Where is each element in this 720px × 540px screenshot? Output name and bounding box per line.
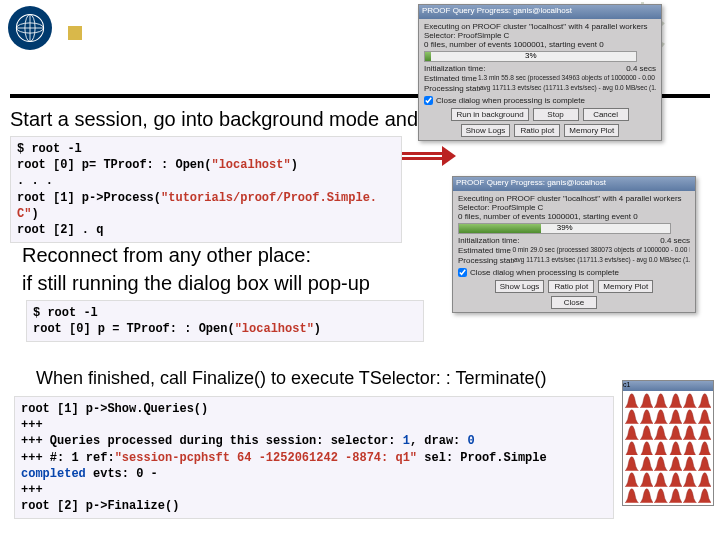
code-line: . . . [17, 173, 395, 189]
histogram-cell [654, 425, 668, 440]
label: Processing status: [424, 84, 480, 93]
histogram-cell [640, 409, 654, 424]
code-line: $ root -l [17, 141, 395, 157]
histogram-cell [669, 409, 683, 424]
label: Initialization time: [458, 236, 519, 245]
histogram-cell [640, 456, 654, 471]
logo-badge [8, 6, 52, 50]
histogram-cell [698, 409, 712, 424]
label: Estimated time left: [424, 74, 478, 83]
label: Processing status: [458, 256, 514, 265]
histogram-cell [654, 472, 668, 487]
histogram-cell [669, 441, 683, 456]
value: 1.3 min 55.8 sec (processed 34963 object… [478, 74, 656, 83]
section-title-4: When finished, call Finalize() to execut… [36, 368, 547, 389]
histogram-cell [683, 425, 697, 440]
code-line: $ root -l [33, 305, 417, 321]
label: Estimated time left: [458, 246, 512, 255]
code-block-1: $ root -l root [0] p= TProof: : Open("lo… [10, 136, 402, 243]
cancel-button[interactable]: Cancel [583, 108, 629, 121]
value: avg 11711.3 evts/sec (11711.3 evts/sec) … [480, 84, 656, 93]
histogram-cell [669, 393, 683, 408]
histogram-cell [625, 393, 639, 408]
histogram-cell [698, 472, 712, 487]
dialog-text: Selector: ProofSimple C [458, 203, 690, 212]
canvas-title: c1 [623, 381, 713, 391]
close-button[interactable]: Close [551, 296, 597, 309]
histogram-cell [654, 393, 668, 408]
section-title-2: Reconnect from any other place: [22, 244, 311, 267]
dialog-text: Executing on PROOF cluster "localhost" w… [424, 22, 656, 31]
dialog-title: PROOF Query Progress: ganis@localhost [419, 5, 661, 19]
checkbox-label: Close dialog when processing is complete [470, 268, 619, 277]
dialog-text: Selector: ProofSimple C [424, 31, 656, 40]
value: 0.4 secs [660, 236, 690, 245]
histogram-cell [640, 488, 654, 503]
histogram-cell [698, 425, 712, 440]
memory-plot-button[interactable]: Memory Plot [598, 280, 653, 293]
value: 0 min 29.0 sec (processed 380073 objects… [512, 246, 690, 255]
histogram-cell [654, 456, 668, 471]
section-title-1: Start a session, go into background mode… [10, 108, 456, 131]
histogram-grid [623, 391, 713, 505]
stop-button[interactable]: Stop [533, 108, 579, 121]
code-line: root [0] p = TProof: : Open("localhost") [33, 321, 417, 337]
run-background-button[interactable]: Run in background [451, 108, 528, 121]
code-block-2: $ root -l root [0] p = TProof: : Open("l… [26, 300, 424, 342]
histogram-cell [683, 472, 697, 487]
progress-label: 39% [459, 223, 670, 232]
memory-plot-button[interactable]: Memory Plot [564, 124, 619, 137]
progress-bar: 39% [458, 223, 671, 234]
histogram-cell [625, 456, 639, 471]
histogram-cell [625, 441, 639, 456]
slide-bullet-icon [68, 26, 82, 40]
close-when-done-checkbox[interactable]: Close dialog when processing is complete [424, 96, 656, 105]
histogram-cell [625, 425, 639, 440]
progress-label: 3% [425, 51, 636, 60]
ratio-plot-button[interactable]: Ratio plot [548, 280, 594, 293]
histogram-cell [640, 393, 654, 408]
histogram-cell [669, 456, 683, 471]
histogram-cell [683, 488, 697, 503]
histogram-cell [625, 472, 639, 487]
histogram-cell [669, 488, 683, 503]
histogram-cell [698, 393, 712, 408]
histogram-cell [640, 472, 654, 487]
histogram-canvas: c1 [622, 380, 714, 506]
dialog-text: Executing on PROOF cluster "localhost" w… [458, 194, 690, 203]
histogram-cell [683, 409, 697, 424]
code-line: root [1] p->Show.Queries() [21, 401, 607, 417]
progress-dialog-1: PROOF Query Progress: ganis@localhost Ex… [418, 4, 662, 141]
dialog-title: PROOF Query Progress: ganis@localhost [453, 177, 695, 191]
progress-bar: 3% [424, 51, 637, 62]
histogram-cell [625, 409, 639, 424]
dialog-text: 0 files, number of events 1000001, start… [424, 40, 656, 49]
histogram-cell [654, 441, 668, 456]
histogram-cell [698, 441, 712, 456]
code-line: +++ Queries processed during this sessio… [21, 433, 607, 449]
checkbox-input[interactable] [458, 268, 467, 277]
close-when-done-checkbox[interactable]: Close dialog when processing is complete [458, 268, 690, 277]
histogram-cell [654, 409, 668, 424]
show-logs-button[interactable]: Show Logs [495, 280, 545, 293]
code-line: +++ #: 1 ref:"session-pcphsft 64 -125206… [21, 450, 607, 482]
code-line: +++ [21, 417, 607, 433]
histogram-cell [683, 456, 697, 471]
show-logs-button[interactable]: Show Logs [461, 124, 511, 137]
histogram-cell [625, 488, 639, 503]
section-title-3: if still running the dialog box will pop… [22, 272, 370, 295]
ratio-plot-button[interactable]: Ratio plot [514, 124, 560, 137]
code-line: +++ [21, 482, 607, 498]
code-block-3: root [1] p->Show.Queries() +++ +++ Queri… [14, 396, 614, 519]
value: 0.4 secs [626, 64, 656, 73]
label: Initialization time: [424, 64, 485, 73]
globe-icon [13, 11, 47, 45]
histogram-cell [698, 488, 712, 503]
histogram-cell [683, 393, 697, 408]
code-line: root [2] p->Finalize() [21, 498, 607, 514]
histogram-cell [698, 456, 712, 471]
checkbox-input[interactable] [424, 96, 433, 105]
histogram-cell [640, 425, 654, 440]
histogram-cell [683, 441, 697, 456]
value: avg 11711.3 evts/sec (11711.3 evts/sec) … [514, 256, 690, 265]
